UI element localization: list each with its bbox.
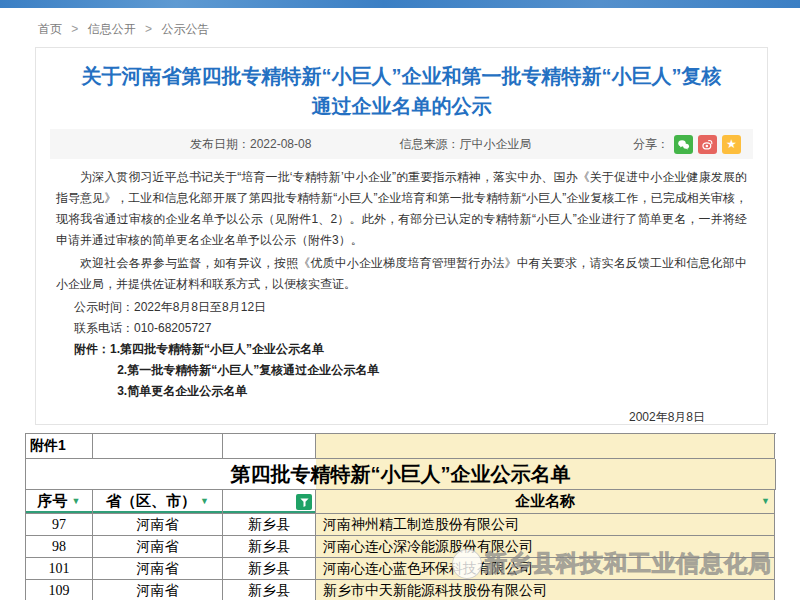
cell-county: 新乡县 — [223, 536, 316, 558]
empty-cell — [316, 434, 775, 459]
cell-company: 河南心连心深冷能源股份有限公司 — [316, 536, 775, 558]
cell-province: 河南省 — [93, 536, 223, 558]
attachments-block: 附件：1.第四批专精特新“小巨人”企业公示名单 2.第一批专精特新“小巨人”复核… — [56, 339, 747, 402]
breadcrumb: 首页 > 信息公开 > 公示公告 — [38, 21, 209, 38]
cell-serial-no: 109 — [26, 580, 93, 600]
table-row: 98 河南省 新乡县 河南心连心深冷能源股份有限公司 — [26, 536, 776, 558]
paragraph-1: 为深入贯彻习近平总书记关于“培育一批‘专精特新’中小企业”的重要指示精神，落实中… — [56, 167, 747, 251]
share-bar: 分享： ★ — [633, 135, 741, 154]
share-wechat-icon[interactable] — [674, 135, 693, 154]
share-qzone-star-icon[interactable]: ★ — [722, 135, 741, 154]
cell-serial-no: 101 — [26, 558, 93, 580]
table-row: 101 河南省 新乡县 河南心连心蓝色环保科技有限公司 — [26, 558, 776, 580]
breadcrumb-separator: > — [71, 22, 78, 36]
cell-company: 新乡市中天新能源科技股份有限公司 — [316, 580, 775, 600]
table-row: 109 河南省 新乡县 新乡市中天新能源科技股份有限公司 — [26, 580, 776, 600]
annex-label: 附件1 — [26, 434, 93, 459]
cell-company: 河南神州精工制造股份有限公司 — [316, 514, 775, 536]
empty-cell — [223, 434, 316, 459]
attachments-label: 附件： — [74, 342, 110, 356]
article-meta-bar: 发布日期：2022-08-08 信息来源：厅中小企业局 分享： — [50, 129, 753, 159]
header-province: 省（区、市） ▼ — [93, 490, 223, 514]
annex-label-row: 附件1 — [26, 434, 776, 459]
breadcrumb-announcements[interactable]: 公示公告 — [161, 22, 209, 36]
cell-province: 河南省 — [93, 558, 223, 580]
table-header-row: 序号 ▼ 省（区、市） ▼ 企业名称 ▼ — [26, 490, 776, 514]
info-source: 信息来源：厅中小企业局 — [399, 136, 531, 153]
breadcrumb-home[interactable]: 首页 — [38, 22, 62, 36]
table-row: 97 河南省 新乡县 河南神州精工制造股份有限公司 — [26, 514, 776, 536]
notice-time: 公示时间：2022年8月8日至8月12日 — [56, 297, 747, 318]
filter-dropdown-icon[interactable]: ▼ — [72, 497, 81, 506]
table-title: 第四批专精特新“小巨人”企业公示名单 — [26, 459, 776, 490]
empty-cell — [93, 434, 223, 459]
cell-county: 新乡县 — [223, 580, 316, 600]
share-label: 分享： — [633, 136, 669, 153]
wechat-bubbles-glyph — [677, 138, 690, 151]
cell-serial-no: 98 — [26, 536, 93, 558]
cell-company: 河南心连心蓝色环保科技有限公司 — [316, 558, 775, 580]
cell-county: 新乡县 — [223, 558, 316, 580]
cell-serial-no: 97 — [26, 514, 93, 536]
funnel-glyph — [299, 497, 310, 508]
filter-dropdown-icon[interactable]: ▼ — [200, 497, 209, 506]
header-serial-no: 序号 ▼ — [26, 490, 93, 514]
attachment-link-1[interactable]: 1.第四批专精特新“小巨人”企业公示名单 — [110, 342, 324, 356]
top-nav-bar — [0, 0, 800, 8]
sign-date: 2002年8月8日 — [56, 407, 747, 428]
weibo-eye-glyph — [701, 138, 714, 151]
share-weibo-icon[interactable] — [698, 135, 717, 154]
page-title: 关于河南省第四批专精特新“小巨人”企业和第一批专精特新“小巨人”复核通过企业名单… — [74, 61, 729, 121]
annex1-spreadsheet: 附件1 第四批专精特新“小巨人”企业公示名单 序号 ▼ 省（区、市） ▼ 企业名… — [25, 433, 776, 600]
cell-county: 新乡县 — [223, 514, 316, 536]
publish-date: 发布日期：2022-08-08 — [190, 136, 311, 153]
article-panel: 关于河南省第四批专精特新“小巨人”企业和第一批专精特新“小巨人”复核通过企业名单… — [35, 47, 768, 425]
header-company-name: 企业名称 ▼ — [316, 490, 775, 514]
breadcrumb-separator: > — [145, 22, 152, 36]
cell-province: 河南省 — [93, 514, 223, 536]
active-filter-funnel-icon[interactable] — [296, 494, 312, 510]
attachment-link-2[interactable]: 2.第一批专精特新“小巨人”复核通过企业公示名单 — [56, 360, 747, 381]
contact-phone: 联系电话：010-68205727 — [56, 318, 747, 339]
paragraph-2: 欢迎社会各界参与监督，如有异议，按照《优质中小企业梯度培育管理暂行办法》中有关要… — [56, 253, 747, 295]
breadcrumb-info-disclosure[interactable]: 信息公开 — [88, 22, 136, 36]
header-county — [223, 490, 316, 514]
article-body: 为深入贯彻习近平总书记关于“培育一批‘专精特新’中小企业”的重要指示精神，落实中… — [56, 167, 747, 428]
filter-dropdown-icon[interactable]: ▼ — [761, 497, 770, 506]
star-glyph: ★ — [726, 138, 737, 150]
cell-province: 河南省 — [93, 580, 223, 600]
attachment-link-3[interactable]: 3.简单更名企业公示名单 — [56, 381, 747, 402]
